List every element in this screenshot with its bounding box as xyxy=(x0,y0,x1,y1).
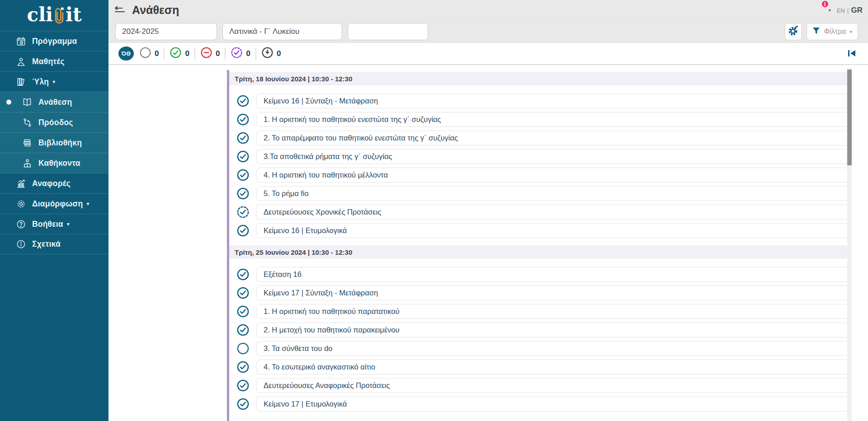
app-window: cliit ΠρόγραμμαΜαθητέςΎλη▾ΑνάθεσηΠρόοδος… xyxy=(0,0,868,421)
lesson-title-box[interactable]: Κείμενο 17 | Σύνταξη - Μετάφραση xyxy=(256,285,849,300)
language-switch[interactable]: EN | GR xyxy=(837,6,863,15)
check-circle-icon[interactable] xyxy=(236,224,250,237)
lesson-row: Κείμενο 16 | Ετυμολογικά xyxy=(236,223,849,238)
list-groups: Τρίτη, 18 Ιουνίου 2024 | 10:30 - 12:30Κε… xyxy=(229,72,849,412)
sidebar-item-proodos[interactable]: Πρόοδος xyxy=(0,112,108,132)
sidebar-nav: ΠρόγραμμαΜαθητέςΎλη▾ΑνάθεσηΠρόοδοςΒιβλιο… xyxy=(0,31,108,254)
lesson-row: 1. Η οριστική του παθητικού ενεστώτα της… xyxy=(236,112,849,127)
counter-count: 0 xyxy=(216,49,220,58)
check-circle-icon[interactable] xyxy=(236,305,250,318)
lesson-title-box[interactable]: Δευτερεύουσες Χρονικές Προτάσεις xyxy=(256,205,849,220)
user-box: 1 ▾ EN | GR xyxy=(810,0,863,20)
lesson-title-box[interactable]: 2. Η μετοχή του παθητικού παρακειμένου xyxy=(256,323,849,337)
unset-status-icon xyxy=(139,47,151,61)
check-circle-icon[interactable] xyxy=(236,113,250,126)
all-topics-badge[interactable]: ΌΘ xyxy=(118,47,134,61)
gear-icon xyxy=(15,198,26,209)
sidebar-item-yli[interactable]: Ύλη▾ xyxy=(0,71,108,92)
check-circle-icon[interactable] xyxy=(236,187,250,200)
filters-caret-icon: ▾ xyxy=(849,29,852,35)
lesson-title: Κείμενο 17 | Ετυμολογικά xyxy=(264,400,347,408)
skip-to-start-icon[interactable] xyxy=(846,49,857,60)
partial-status-icon xyxy=(231,47,243,61)
counter-completed[interactable]: 0 xyxy=(170,47,189,61)
sidebar-item-programma[interactable]: Πρόγραμμα xyxy=(0,31,108,51)
lesson-title-box[interactable]: 4. Η οριστική του παθητικού μέλλοντα xyxy=(256,168,849,182)
subject-select[interactable]: Λατινικά - Γ΄ Λυκείου xyxy=(222,23,342,40)
lesson-title-box[interactable]: 4. Το εσωτερικό αναγκαστικό αίτιο xyxy=(256,360,849,374)
completed-status-icon xyxy=(170,47,182,61)
lesson-title: Εξέταση 16 xyxy=(264,270,302,279)
sidebar-item-mathites[interactable]: Μαθητές xyxy=(0,51,108,71)
check-circle-icon[interactable] xyxy=(236,360,250,374)
sidebar-item-anafores[interactable]: Αναφορές xyxy=(0,173,108,193)
extra-filter-select[interactable] xyxy=(348,23,428,40)
lesson-title-box[interactable]: Εξέταση 16 xyxy=(256,267,849,282)
filters-button[interactable]: Φίλτρα ▾ xyxy=(807,23,858,40)
lesson-title-box[interactable]: Κείμενο 17 | Ετυμολογικά xyxy=(256,397,849,412)
counter-history[interactable]: 0 xyxy=(261,47,281,61)
lesson-title: 2. Το απαρέμφατο του παθητικού ενεστώτα … xyxy=(264,134,458,142)
lesson-title-box[interactable]: 2. Το απαρέμφατο του παθητικού ενεστώτα … xyxy=(256,131,849,145)
check-circle-icon[interactable] xyxy=(236,379,250,392)
sidebar-item-diamorfosi[interactable]: Διαμόρφωση▾ xyxy=(0,193,108,214)
lang-gr[interactable]: GR xyxy=(851,6,863,15)
partial-check-circle-icon[interactable] xyxy=(236,206,250,219)
counter-count: 0 xyxy=(185,49,189,58)
sidebar-item-label: Καθήκοντα xyxy=(38,159,80,168)
sidebar-item-vivliothiki[interactable]: Βιβλιοθήκη xyxy=(0,132,108,153)
lesson-title-box[interactable]: 3.Τα αποθετικά ρήματα της γ΄ συζυγίας xyxy=(256,149,849,164)
settings-button[interactable] xyxy=(785,23,802,40)
counter-count: 0 xyxy=(246,49,250,58)
user-menu-caret-icon[interactable]: ▾ xyxy=(829,8,831,13)
school-year-select[interactable]: 2024-2025 xyxy=(115,23,217,40)
sidebar-item-label: Αναφορές xyxy=(32,179,71,188)
sidebar-item-label: Μαθητές xyxy=(32,57,65,66)
lesson-row: 3. Τα σύνθετα του do xyxy=(236,341,849,356)
sidebar-item-anathesi[interactable]: Ανάθεση xyxy=(0,92,108,112)
main-area: Ανάθεση 1 ▾ EN | GR 2024-2025 Λατινικά -… xyxy=(108,0,868,421)
check-circle-icon[interactable] xyxy=(236,131,250,145)
lesson-title-box[interactable]: Κείμενο 16 | Σύνταξη - Μετάφραση xyxy=(256,94,849,108)
app-logo[interactable]: cliit xyxy=(0,0,108,31)
check-circle-icon[interactable] xyxy=(236,323,250,337)
lesson-title: 5. Το ρήμα fio xyxy=(264,189,309,198)
counter-unset[interactable]: 0 xyxy=(139,47,159,61)
sidebar-item-label: Πρόγραμμα xyxy=(32,37,77,46)
paperclip-icon xyxy=(53,7,65,30)
counter-partial[interactable]: 0 xyxy=(231,47,250,61)
check-circle-icon[interactable] xyxy=(236,398,250,411)
sidebar-item-sxetika[interactable]: Σχετικά xyxy=(0,234,108,254)
student-icon xyxy=(15,56,26,67)
notification-badge[interactable]: 1 xyxy=(821,0,829,8)
scrollbar-thumb[interactable] xyxy=(847,70,852,165)
lesson-title-box[interactable]: 1. Η οριστική του παθητικού παρατατικού xyxy=(256,304,849,319)
help-icon xyxy=(15,219,26,229)
library-icon xyxy=(22,137,33,148)
lesson-title-box[interactable]: Κείμενο 16 | Ετυμολογικά xyxy=(256,223,849,238)
counter-separator xyxy=(194,48,195,60)
check-circle-icon[interactable] xyxy=(236,150,250,163)
counter-excluded[interactable]: 0 xyxy=(200,47,220,61)
sidebar-item-voitheia[interactable]: Βοήθεια▾ xyxy=(0,214,108,234)
lang-en[interactable]: EN xyxy=(837,7,845,14)
reader-icon xyxy=(22,158,33,168)
sidebar-item-kathikonta[interactable]: Καθήκοντα xyxy=(0,153,108,173)
open-book-icon xyxy=(22,97,33,108)
check-circle-icon[interactable] xyxy=(236,268,250,281)
user-avatar[interactable]: 1 xyxy=(810,3,826,18)
lesson-title-box[interactable]: 5. Το ρήμα fio xyxy=(256,186,849,201)
lesson-title-box[interactable]: 1. Η οριστική του παθητικού ενεστώτα της… xyxy=(256,112,849,127)
collapse-sidebar-icon[interactable] xyxy=(114,5,127,15)
lesson-title-box[interactable]: Δευτερεύουσες Αναφορικές Προτάσεις xyxy=(256,378,849,393)
counter-count: 0 xyxy=(277,49,281,58)
sidebar-item-label: Βιβλιοθήκη xyxy=(38,138,82,148)
lesson-title-box[interactable]: 3. Τα σύνθετα του do xyxy=(256,341,849,356)
check-circle-icon[interactable] xyxy=(236,168,250,182)
scrollbar-track[interactable] xyxy=(847,68,852,421)
lesson-group: Τρίτη, 18 Ιουνίου 2024 | 10:30 - 12:30Κε… xyxy=(229,72,849,238)
lesson-row: 3.Τα αποθετικά ρήματα της γ΄ συζυγίας xyxy=(236,149,849,164)
check-circle-icon[interactable] xyxy=(236,286,250,299)
empty-circle-icon[interactable] xyxy=(236,342,250,355)
check-circle-icon[interactable] xyxy=(236,94,250,108)
